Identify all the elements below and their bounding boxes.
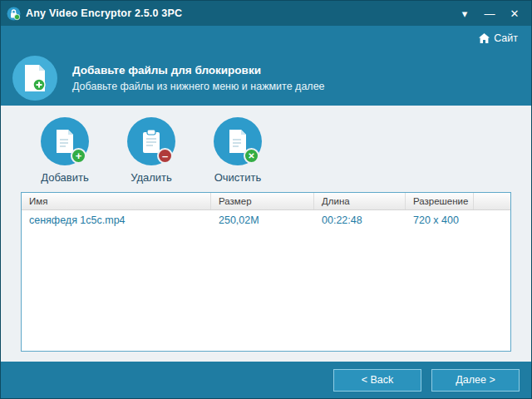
toolbar: + Добавить – Удалить [21, 116, 511, 192]
sitebar: Сайт [1, 26, 531, 51]
file-list-table: Имя Размер Длина Разрешение сеняфедя 1c5… [21, 192, 511, 352]
cross-badge-icon: ✕ [244, 148, 259, 164]
add-files-circle: + [41, 117, 89, 165]
add-files-button[interactable]: + Добавить [41, 117, 89, 184]
app-icon [6, 6, 21, 21]
document-plus-icon [23, 65, 47, 91]
next-button[interactable]: Далее > [431, 369, 520, 392]
site-link[interactable]: Сайт [479, 32, 518, 44]
plus-badge-icon: + [71, 148, 86, 164]
document-icon [55, 130, 75, 153]
remove-file-circle: – [127, 117, 175, 165]
app-window: Any Video Encryptor 2.5.0 3PC ▾ — ✕ Сайт… [0, 0, 532, 399]
document-icon [228, 130, 248, 153]
main-panel: + Добавить – Удалить [1, 106, 531, 362]
column-header-filler [474, 193, 510, 209]
window-title: Any Video Encryptor 2.5.0 3PC [26, 7, 450, 19]
footer: < Back Далее > [1, 362, 531, 398]
table-header-row: Имя Размер Длина Разрешение [22, 193, 510, 210]
titlebar: Any Video Encryptor 2.5.0 3PC ▾ — ✕ [1, 1, 531, 26]
back-button[interactable]: < Back [333, 369, 421, 392]
cell-file-name: сеняфедя 1c5c.mp4 [22, 214, 211, 226]
close-button[interactable]: ✕ [505, 4, 525, 22]
home-icon [479, 33, 490, 43]
remove-file-button[interactable]: – Удалить [127, 117, 175, 184]
clipboard-icon [141, 130, 161, 153]
cell-file-resolution: 720 x 400 [406, 214, 474, 226]
column-header-size[interactable]: Размер [211, 193, 314, 209]
minimize-button[interactable]: — [480, 4, 500, 22]
lock-icon [7, 7, 21, 21]
cell-file-length: 00:22:48 [314, 214, 406, 226]
minus-badge-icon: – [157, 148, 173, 164]
table-row[interactable]: сеняфедя 1c5c.mp4 250,02M 00:22:48 720 x… [22, 210, 510, 230]
column-header-resolution[interactable]: Разрешение [406, 193, 474, 209]
remove-file-label: Удалить [131, 171, 172, 184]
page-title: Добавьте файлы для блокировки [72, 64, 325, 76]
dropdown-arrow-button[interactable]: ▾ [455, 4, 475, 22]
site-link-label: Сайт [494, 32, 518, 44]
clear-list-button[interactable]: ✕ Очистить [214, 117, 262, 184]
column-header-name[interactable]: Имя [22, 193, 211, 209]
clear-list-circle: ✕ [214, 117, 262, 165]
page-subtitle: Добавьте файлы из нижнего меню и нажмите… [72, 81, 325, 92]
add-files-label: Добавить [41, 171, 88, 184]
column-header-length[interactable]: Длина [314, 193, 406, 209]
add-files-header-icon [12, 56, 57, 101]
cell-file-size: 250,02M [211, 214, 314, 226]
header-text: Добавьте файлы для блокировки Добавьте ф… [72, 64, 325, 92]
header: Добавьте файлы для блокировки Добавьте ф… [1, 51, 531, 106]
clear-list-label: Очистить [214, 171, 262, 184]
